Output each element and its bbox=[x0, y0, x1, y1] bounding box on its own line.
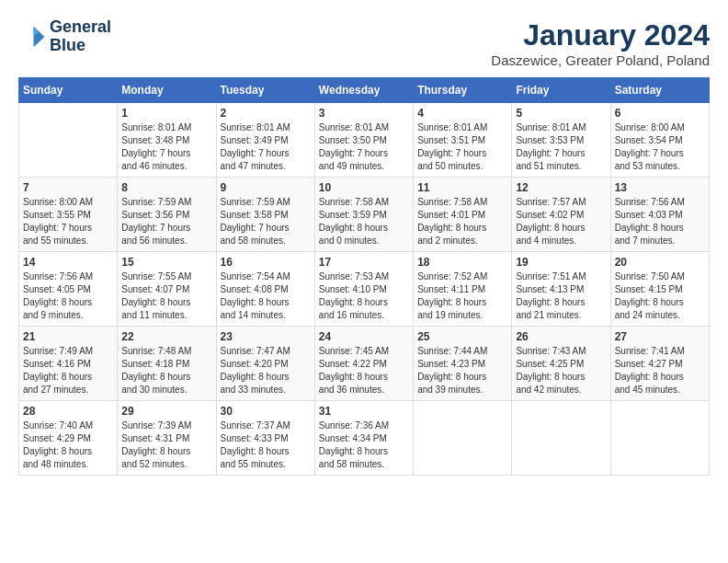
calendar-cell: 26Sunrise: 7:43 AM Sunset: 4:25 PM Dayli… bbox=[512, 327, 610, 401]
day-number: 29 bbox=[121, 405, 211, 418]
calendar-week-row: 28Sunrise: 7:40 AM Sunset: 4:29 PM Dayli… bbox=[19, 401, 710, 476]
calendar-cell bbox=[19, 103, 118, 178]
calendar-cell: 9Sunrise: 7:59 AM Sunset: 3:58 PM Daylig… bbox=[216, 178, 314, 252]
calendar-header-row: SundayMondayTuesdayWednesdayThursdayFrid… bbox=[19, 78, 710, 103]
location-title: Daszewice, Greater Poland, Poland bbox=[491, 52, 710, 68]
calendar-cell: 1Sunrise: 8:01 AM Sunset: 3:48 PM Daylig… bbox=[118, 103, 216, 178]
day-info: Sunrise: 7:59 AM Sunset: 3:56 PM Dayligh… bbox=[121, 196, 211, 247]
logo-line1: General bbox=[50, 18, 111, 37]
calendar-cell: 25Sunrise: 7:44 AM Sunset: 4:23 PM Dayli… bbox=[414, 327, 512, 401]
day-number: 14 bbox=[23, 256, 113, 269]
day-number: 31 bbox=[319, 405, 409, 418]
day-number: 4 bbox=[417, 107, 507, 120]
header-saturday: Saturday bbox=[610, 78, 709, 103]
day-number: 25 bbox=[417, 330, 507, 343]
day-info: Sunrise: 7:45 AM Sunset: 4:22 PM Dayligh… bbox=[319, 345, 409, 396]
day-number: 19 bbox=[516, 256, 606, 269]
calendar-cell: 2Sunrise: 8:01 AM Sunset: 3:49 PM Daylig… bbox=[216, 103, 314, 178]
day-info: Sunrise: 8:01 AM Sunset: 3:51 PM Dayligh… bbox=[417, 121, 507, 173]
day-number: 13 bbox=[615, 181, 705, 194]
calendar-week-row: 1Sunrise: 8:01 AM Sunset: 3:48 PM Daylig… bbox=[19, 103, 710, 178]
day-info: Sunrise: 7:52 AM Sunset: 4:11 PM Dayligh… bbox=[417, 270, 507, 322]
day-number: 22 bbox=[121, 330, 211, 343]
day-number: 12 bbox=[516, 181, 606, 194]
logo-line2: Blue bbox=[50, 37, 111, 55]
day-info: Sunrise: 8:01 AM Sunset: 3:50 PM Dayligh… bbox=[319, 121, 409, 173]
day-info: Sunrise: 8:01 AM Sunset: 3:53 PM Dayligh… bbox=[516, 121, 606, 173]
day-info: Sunrise: 7:58 AM Sunset: 3:59 PM Dayligh… bbox=[319, 196, 409, 247]
day-info: Sunrise: 7:36 AM Sunset: 4:34 PM Dayligh… bbox=[319, 419, 409, 471]
logo-text: General Blue bbox=[50, 18, 111, 55]
day-number: 8 bbox=[121, 181, 211, 194]
calendar-cell: 3Sunrise: 8:01 AM Sunset: 3:50 PM Daylig… bbox=[314, 103, 413, 178]
calendar-cell: 4Sunrise: 8:01 AM Sunset: 3:51 PM Daylig… bbox=[414, 103, 512, 178]
day-info: Sunrise: 7:58 AM Sunset: 4:01 PM Dayligh… bbox=[417, 196, 507, 247]
day-info: Sunrise: 7:41 AM Sunset: 4:27 PM Dayligh… bbox=[615, 345, 705, 396]
day-number: 28 bbox=[23, 405, 113, 418]
calendar-cell: 13Sunrise: 7:56 AM Sunset: 4:03 PM Dayli… bbox=[610, 178, 709, 252]
calendar-cell: 22Sunrise: 7:48 AM Sunset: 4:18 PM Dayli… bbox=[118, 327, 216, 401]
day-number: 21 bbox=[23, 330, 113, 343]
calendar-cell: 14Sunrise: 7:56 AM Sunset: 4:05 PM Dayli… bbox=[19, 252, 118, 327]
day-number: 23 bbox=[221, 330, 311, 343]
day-number: 24 bbox=[319, 330, 409, 343]
day-number: 5 bbox=[516, 107, 606, 120]
month-title: January 2024 bbox=[491, 18, 710, 52]
calendar-cell: 27Sunrise: 7:41 AM Sunset: 4:27 PM Dayli… bbox=[610, 327, 709, 401]
day-info: Sunrise: 7:40 AM Sunset: 4:29 PM Dayligh… bbox=[23, 419, 113, 471]
day-info: Sunrise: 7:37 AM Sunset: 4:33 PM Dayligh… bbox=[221, 419, 311, 471]
day-info: Sunrise: 7:48 AM Sunset: 4:18 PM Dayligh… bbox=[121, 345, 211, 396]
day-info: Sunrise: 7:57 AM Sunset: 4:02 PM Dayligh… bbox=[516, 196, 606, 247]
logo-icon bbox=[18, 23, 46, 51]
calendar-cell bbox=[414, 401, 512, 476]
day-info: Sunrise: 7:47 AM Sunset: 4:20 PM Dayligh… bbox=[221, 345, 311, 396]
day-number: 18 bbox=[417, 256, 507, 269]
calendar-cell: 31Sunrise: 7:36 AM Sunset: 4:34 PM Dayli… bbox=[314, 401, 413, 476]
day-info: Sunrise: 8:00 AM Sunset: 3:55 PM Dayligh… bbox=[23, 196, 113, 247]
day-number: 17 bbox=[319, 256, 409, 269]
header-monday: Monday bbox=[118, 78, 216, 103]
calendar-week-row: 7Sunrise: 8:00 AM Sunset: 3:55 PM Daylig… bbox=[19, 178, 710, 252]
day-number: 16 bbox=[221, 256, 311, 269]
calendar-cell: 29Sunrise: 7:39 AM Sunset: 4:31 PM Dayli… bbox=[118, 401, 216, 476]
day-number: 20 bbox=[615, 256, 705, 269]
day-info: Sunrise: 7:51 AM Sunset: 4:13 PM Dayligh… bbox=[516, 270, 606, 322]
day-number: 2 bbox=[221, 107, 311, 120]
calendar-cell: 8Sunrise: 7:59 AM Sunset: 3:56 PM Daylig… bbox=[118, 178, 216, 252]
header-wednesday: Wednesday bbox=[314, 78, 413, 103]
calendar-cell: 28Sunrise: 7:40 AM Sunset: 4:29 PM Dayli… bbox=[19, 401, 118, 476]
calendar-week-row: 21Sunrise: 7:49 AM Sunset: 4:16 PM Dayli… bbox=[19, 327, 710, 401]
logo: General Blue bbox=[18, 18, 111, 55]
calendar-cell: 11Sunrise: 7:58 AM Sunset: 4:01 PM Dayli… bbox=[414, 178, 512, 252]
calendar-week-row: 14Sunrise: 7:56 AM Sunset: 4:05 PM Dayli… bbox=[19, 252, 710, 327]
day-number: 10 bbox=[319, 181, 409, 194]
calendar-cell bbox=[610, 401, 709, 476]
day-number: 26 bbox=[516, 330, 606, 343]
calendar-cell: 23Sunrise: 7:47 AM Sunset: 4:20 PM Dayli… bbox=[216, 327, 314, 401]
day-number: 27 bbox=[615, 330, 705, 343]
day-info: Sunrise: 8:01 AM Sunset: 3:49 PM Dayligh… bbox=[221, 121, 311, 173]
day-number: 7 bbox=[23, 181, 113, 194]
day-info: Sunrise: 7:54 AM Sunset: 4:08 PM Dayligh… bbox=[221, 270, 311, 322]
day-info: Sunrise: 8:01 AM Sunset: 3:48 PM Dayligh… bbox=[121, 121, 211, 173]
day-info: Sunrise: 7:59 AM Sunset: 3:58 PM Dayligh… bbox=[221, 196, 311, 247]
header-sunday: Sunday bbox=[19, 78, 118, 103]
calendar-cell: 7Sunrise: 8:00 AM Sunset: 3:55 PM Daylig… bbox=[19, 178, 118, 252]
calendar-cell: 18Sunrise: 7:52 AM Sunset: 4:11 PM Dayli… bbox=[414, 252, 512, 327]
calendar-cell: 19Sunrise: 7:51 AM Sunset: 4:13 PM Dayli… bbox=[512, 252, 610, 327]
day-info: Sunrise: 7:56 AM Sunset: 4:05 PM Dayligh… bbox=[23, 270, 113, 322]
calendar-cell: 12Sunrise: 7:57 AM Sunset: 4:02 PM Dayli… bbox=[512, 178, 610, 252]
calendar-cell: 30Sunrise: 7:37 AM Sunset: 4:33 PM Dayli… bbox=[216, 401, 314, 476]
calendar-cell: 21Sunrise: 7:49 AM Sunset: 4:16 PM Dayli… bbox=[19, 327, 118, 401]
page-header: General Blue January 2024 Daszewice, Gre… bbox=[18, 18, 710, 68]
day-info: Sunrise: 7:43 AM Sunset: 4:25 PM Dayligh… bbox=[516, 345, 606, 396]
calendar-cell: 16Sunrise: 7:54 AM Sunset: 4:08 PM Dayli… bbox=[216, 252, 314, 327]
day-info: Sunrise: 7:44 AM Sunset: 4:23 PM Dayligh… bbox=[417, 345, 507, 396]
calendar-cell: 20Sunrise: 7:50 AM Sunset: 4:15 PM Dayli… bbox=[610, 252, 709, 327]
day-info: Sunrise: 7:56 AM Sunset: 4:03 PM Dayligh… bbox=[615, 196, 705, 247]
calendar-cell bbox=[512, 401, 610, 476]
day-info: Sunrise: 7:50 AM Sunset: 4:15 PM Dayligh… bbox=[615, 270, 705, 322]
header-tuesday: Tuesday bbox=[216, 78, 314, 103]
day-info: Sunrise: 8:00 AM Sunset: 3:54 PM Dayligh… bbox=[615, 121, 705, 173]
calendar-cell: 5Sunrise: 8:01 AM Sunset: 3:53 PM Daylig… bbox=[512, 103, 610, 178]
